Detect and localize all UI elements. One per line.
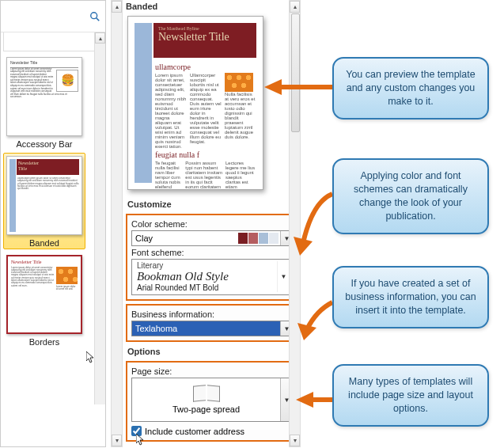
- business-info-label: Business information:: [131, 309, 294, 319]
- template-gallery-pane: ▴ Newsletter Title 🍔 Lorem ipsum dolor s…: [0, 0, 106, 447]
- thumb-label: Accessory Bar: [6, 139, 82, 149]
- callout-schemes: Applying color and font schemes can dram…: [332, 158, 489, 234]
- callout-business: If you have created a set of business in…: [332, 266, 489, 328]
- thumb-preview: NewsletterTitle ullamcorpe lorem ipsum d…: [6, 156, 82, 235]
- template-gallery: ▴ Newsletter Title 🍔 Lorem ipsum dolor s…: [1, 32, 105, 348]
- scroll-up-icon[interactable]: ▴: [290, 1, 300, 13]
- thumb-preview: Newsletter Title Lorem ipsum dolor sit a…: [6, 255, 82, 334]
- customize-title: Customize: [126, 198, 299, 214]
- color-scheme-combo[interactable]: Clay ▼: [131, 230, 294, 246]
- business-info-value: Texlahoma: [132, 321, 280, 336]
- color-scheme-value: Clay: [132, 231, 237, 245]
- font-scheme-label: Font scheme:: [131, 248, 294, 257]
- callout-options: Many types of templates will include pag…: [332, 364, 489, 427]
- preview-subhead: ullamcorpe: [155, 63, 256, 71]
- template-thumb-borders[interactable]: Newsletter Title Lorem ipsum dolor sit a…: [3, 252, 85, 348]
- callout-preview: You can preview the template and any cus…: [332, 57, 489, 120]
- options-group: Page size: Two-page spread ▼ Include cus…: [126, 361, 299, 442]
- preview-subhead2: feugiat nulla f: [155, 150, 256, 159]
- thumb-preview: Newsletter Title 🍔 Lorem ipsum dolor sit…: [6, 57, 82, 136]
- chevron-down-icon[interactable]: ▼: [277, 261, 290, 292]
- two-page-spread-icon: [193, 385, 220, 401]
- svg-line-1: [97, 17, 100, 21]
- color-swatches: [237, 231, 280, 245]
- font-caption: Literary: [137, 261, 277, 270]
- include-address-checkbox[interactable]: [131, 426, 142, 436]
- thumb-label: Borders: [6, 337, 82, 347]
- options-title: Options: [126, 345, 299, 361]
- preview-newsletter-title: Newsletter Title: [158, 31, 229, 43]
- preview-title: Banded: [124, 0, 301, 16]
- font-secondary: Arial Rounded MT Bold: [137, 283, 277, 292]
- business-info-combo[interactable]: Texlahoma ▼: [131, 321, 294, 336]
- template-thumb-banded[interactable]: NewsletterTitle ullamcorpe lorem ipsum d…: [3, 153, 85, 249]
- scrollbar-thumb[interactable]: [291, 13, 300, 132]
- page-size-label: Page size:: [131, 366, 294, 376]
- scroll-up-icon[interactable]: ▴: [95, 32, 105, 44]
- page-size-value: Two-page spread: [172, 404, 240, 414]
- svg-point-0: [91, 12, 97, 18]
- include-address-label: Include customer address: [145, 427, 244, 436]
- font-scheme-combo[interactable]: Literary Bookman Old Style Arial Rounded…: [131, 259, 294, 295]
- swatch: [238, 233, 248, 244]
- center-pane: ▴ ▾ Banded The Masthead Byline Newslette…: [111, 0, 301, 447]
- preview-scrollbar[interactable]: ▴ ▾: [289, 0, 301, 447]
- swatch: [269, 233, 279, 244]
- scroll-down-icon[interactable]: ▾: [290, 435, 300, 446]
- template-thumb-accessory-bar[interactable]: Newsletter Title 🍔 Lorem ipsum dolor sit…: [3, 54, 85, 150]
- center-scrollbar[interactable]: ▴ ▾: [111, 0, 123, 447]
- scroll-down-icon[interactable]: ▾: [112, 435, 122, 446]
- template-preview: The Masthead Byline Newsletter Title ull…: [127, 16, 263, 190]
- search-icon[interactable]: [89, 11, 100, 22]
- font-primary: Bookman Old Style: [137, 270, 277, 283]
- business-info-group: Business information: Texlahoma ▼: [126, 304, 299, 342]
- scroll-up-icon[interactable]: ▴: [112, 1, 122, 13]
- color-scheme-label: Color scheme:: [131, 219, 294, 229]
- swatch: [259, 233, 268, 244]
- thumb-label: Banded: [6, 238, 82, 248]
- page-size-combo[interactable]: Two-page spread ▼: [131, 378, 294, 422]
- swatch: [248, 233, 258, 244]
- gallery-scrollbar[interactable]: ▴: [94, 32, 105, 404]
- scheme-group: Color scheme: Clay ▼ Font scheme: Litera…: [126, 214, 299, 301]
- search-row: [1, 1, 105, 32]
